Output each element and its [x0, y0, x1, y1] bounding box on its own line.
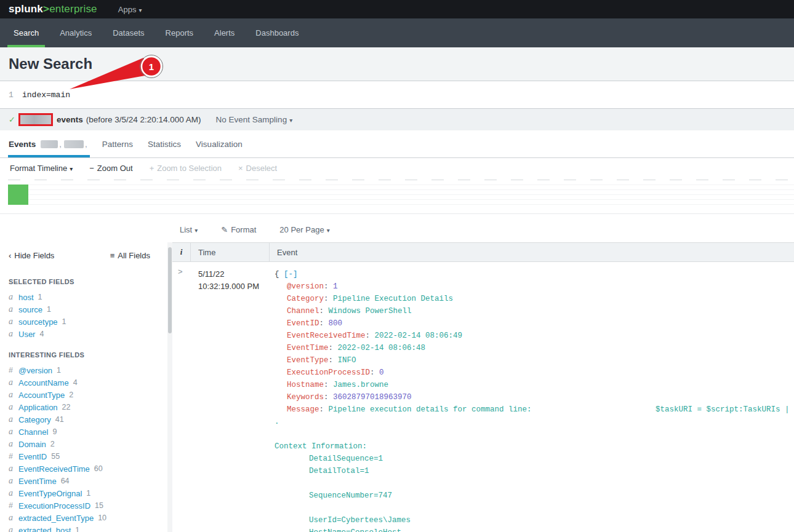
hide-fields-label: Hide Fields — [14, 251, 54, 260]
json-key: Hostname — [287, 381, 324, 389]
json-value: UserId=Cybertees\James — [309, 516, 411, 525]
string-field-icon: a — [9, 439, 18, 449]
json-value: 2022-02-14 08:06:48 — [338, 344, 426, 352]
field-link-EventReceivedTime[interactable]: EventReceivedTime — [18, 464, 90, 474]
json-value: DetailSequence=1 — [309, 455, 383, 463]
nav-item-search[interactable]: Search — [5, 18, 47, 47]
sidebar-scrollbar-thumb[interactable] — [168, 247, 172, 333]
results-table-header: i Time Event — [172, 242, 794, 262]
event-line: Message: Pipeline execution details for … — [275, 403, 794, 416]
event-sampling-dropdown[interactable]: No Event Sampling▾ — [216, 115, 293, 124]
field-link-User[interactable]: User — [18, 330, 35, 339]
tab-visualization[interactable]: Visualization — [196, 130, 243, 157]
chevron-left-icon: ‹ — [9, 251, 11, 260]
field-row-host: ahost1 — [9, 291, 167, 303]
selected-fields-list: ahost1asource1asourcetype1aUser4 — [9, 291, 167, 340]
nav-item-reports[interactable]: Reports — [157, 18, 203, 47]
field-link-EventTime[interactable]: EventTime — [18, 477, 57, 486]
event-timeline — [0, 178, 794, 214]
json-key: Message — [287, 405, 319, 414]
nav-item-dashboards[interactable]: Dashboards — [247, 18, 307, 47]
json-value: : — [324, 393, 333, 402]
event-date: 5/11/22 — [198, 268, 259, 280]
nav-item-alerts[interactable]: Alerts — [206, 18, 243, 47]
search-input[interactable]: index=main — [22, 90, 70, 100]
event-line: @version: 1 — [275, 280, 794, 293]
sidebar-scrollbar[interactable] — [167, 242, 172, 532]
pencil-icon: ✎ — [221, 225, 228, 234]
field-link-extracted_host[interactable]: extracted_host — [18, 526, 71, 532]
nav-item-analytics[interactable]: Analytics — [51, 18, 100, 47]
tab-statistics[interactable]: Statistics — [148, 130, 181, 157]
collapse-json-link[interactable]: [-] — [284, 270, 298, 279]
field-link-source[interactable]: source — [18, 305, 42, 314]
field-link-ExecutionProcessID[interactable]: ExecutionProcessID — [18, 501, 90, 510]
times-icon: × — [238, 164, 243, 173]
json-value: Pipeline execution details for command l… — [329, 405, 537, 414]
format-results-button[interactable]: ✎Format — [221, 225, 256, 234]
string-field-icon: a — [9, 415, 18, 424]
string-field-icon: a — [9, 317, 18, 327]
expand-event-icon[interactable]: > — [178, 267, 183, 276]
event-sampling-label: No Event Sampling — [216, 115, 287, 124]
field-count: 60 — [94, 464, 103, 473]
json-value: Context Information: — [275, 442, 367, 451]
apps-menu[interactable]: Apps▾ — [118, 5, 142, 14]
per-page-dropdown[interactable]: 20 Per Page▾ — [279, 225, 329, 234]
column-header-time[interactable]: Time — [191, 243, 270, 261]
caret-down-icon: ▾ — [289, 117, 292, 124]
caret-down-icon: ▾ — [327, 227, 330, 234]
caret-down-icon: ▾ — [194, 227, 198, 234]
zoom-out-button[interactable]: −Zoom Out — [89, 164, 132, 173]
tab-comma: , — [59, 140, 62, 149]
timeline-controls: Format Timeline▾ −Zoom Out +Zoom to Sele… — [0, 158, 794, 178]
event-line: EventReceivedTime: 2022-02-14 08:06:49 — [275, 330, 794, 342]
tab-events[interactable]: Events,, — [9, 130, 87, 157]
interesting-fields-title: INTERESTING FIELDS — [9, 351, 167, 360]
brand-enterprise: enterprise — [49, 3, 97, 15]
field-count: 1 — [57, 366, 61, 375]
field-link-Domain[interactable]: Domain — [18, 440, 46, 449]
field-row-User: aUser4 — [9, 328, 167, 340]
field-link-sourcetype[interactable]: sourcetype — [18, 317, 58, 327]
plus-icon: + — [150, 164, 154, 173]
caret-down-icon: ▾ — [70, 165, 73, 172]
field-link-Category[interactable]: Category — [18, 415, 51, 424]
json-value: 0 — [379, 368, 384, 377]
field-link-AccountType[interactable]: AccountType — [18, 391, 65, 400]
splunk-logo[interactable]: splunk>enterprise — [9, 3, 97, 15]
field-link-EventID[interactable]: EventID — [18, 452, 47, 461]
list-view-label: List — [180, 225, 192, 234]
field-row-EventTypeOrignal: aEventTypeOrignal1 — [9, 487, 167, 499]
tab-patterns[interactable]: Patterns — [102, 130, 133, 157]
format-timeline-dropdown[interactable]: Format Timeline▾ — [10, 164, 73, 173]
json-value: INFO — [338, 356, 356, 365]
event-line: Context Information: — [275, 440, 794, 453]
json-value: : — [329, 356, 338, 365]
string-field-icon: a — [9, 329, 18, 339]
event-line: UserId=Cybertees\James — [275, 514, 794, 526]
field-link-host[interactable]: host — [18, 293, 34, 302]
field-link-@version[interactable]: @version — [18, 366, 52, 375]
field-row-EventID: #EventID55 — [9, 450, 167, 463]
event-line: EventType: INFO — [275, 354, 794, 367]
field-link-Channel[interactable]: Channel — [18, 427, 48, 437]
field-link-EventTypeOrignal[interactable]: EventTypeOrignal — [18, 489, 82, 498]
list-view-dropdown[interactable]: List▾ — [180, 225, 198, 234]
json-key: Keywords — [287, 393, 324, 402]
event-line: HostName=ConsoleHost — [275, 526, 794, 532]
field-link-extracted_EventType[interactable]: extracted_EventType — [18, 514, 94, 523]
field-count: 10 — [98, 514, 106, 522]
column-header-time-label: Time — [198, 248, 215, 257]
timeline-bar[interactable] — [8, 185, 28, 205]
hide-fields-button[interactable]: ‹Hide Fields — [9, 251, 54, 260]
all-fields-button[interactable]: ≡All Fields — [110, 251, 150, 260]
column-header-info: i — [172, 243, 191, 261]
nav-item-datasets[interactable]: Datasets — [104, 18, 153, 47]
search-bar[interactable]: 1 index=main — [0, 81, 794, 109]
deselect-label: Deselect — [246, 164, 278, 173]
field-link-AccountName[interactable]: AccountName — [18, 378, 69, 387]
fields-sidebar: ‹Hide Fields ≡All Fields SELECTED FIELDS… — [0, 242, 167, 532]
json-value: : — [324, 381, 333, 389]
field-link-Application[interactable]: Application — [18, 403, 58, 412]
